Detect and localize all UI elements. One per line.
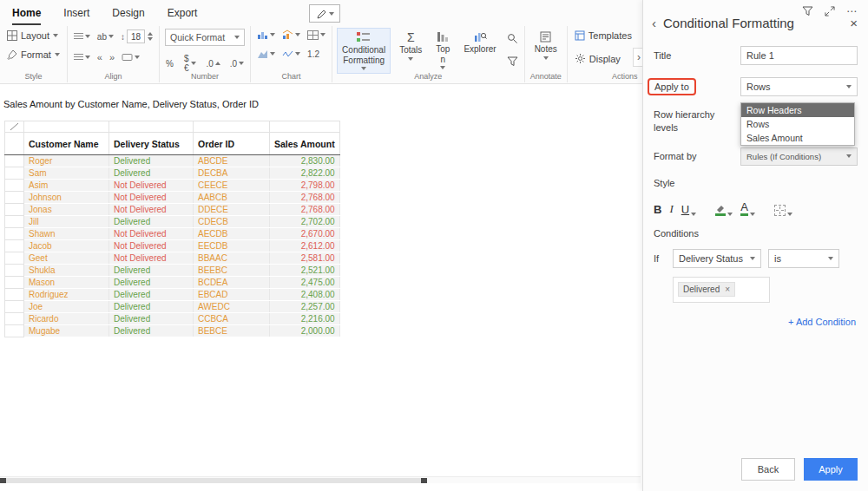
sales-amount-cell[interactable]: 2,216.00 [270,313,340,325]
expand-panel-icon[interactable] [825,6,835,16]
order-id-cell[interactable]: CDECB [194,216,270,228]
delivery-status-cell[interactable]: Not Delivered [109,240,194,252]
row-header-cell[interactable] [5,167,24,180]
delivery-status-cell[interactable]: Delivered [109,216,194,228]
order-id-cell[interactable]: AECDB [194,228,270,240]
sales-amount-cell[interactable]: 2,768.00 [270,192,340,204]
customer-name-cell[interactable]: Roger [24,155,109,167]
tab-export[interactable]: Export [168,7,198,25]
more-options-icon[interactable] [846,5,858,17]
font-color-button[interactable]: A [740,201,755,216]
sales-amount-cell[interactable]: 2,521.00 [270,265,340,277]
fill-color-button[interactable] [715,204,733,216]
row-header-cell[interactable] [5,192,24,204]
customer-name-cell[interactable]: Sam [24,167,109,180]
row-header-cell[interactable] [5,265,24,277]
format-button[interactable]: Format [5,48,62,62]
indent-decrease-button[interactable] [96,51,103,63]
sales-amount-cell[interactable]: 2,581.00 [270,252,340,265]
order-id-cell[interactable]: CEECE [194,180,270,192]
grid-blank-cell[interactable] [109,121,194,133]
delivery-status-cell[interactable]: Delivered [109,289,194,301]
order-id-cell[interactable]: EECDB [194,240,270,252]
customer-name-cell[interactable]: Mason [24,277,109,289]
delivery-status-cell[interactable]: Not Delivered [109,204,194,216]
grid-blank-cell[interactable] [24,121,109,133]
row-header-cell[interactable] [5,325,24,337]
customer-name-cell[interactable]: Ricardo [24,313,109,325]
cell-shape-button[interactable] [121,52,141,62]
combo-chart-button[interactable] [281,29,301,41]
row-header-cell[interactable] [5,252,24,265]
order-id-cell[interactable]: BEBCE [194,325,270,337]
horizontal-scrollbar[interactable] [0,476,641,483]
delivery-status-cell[interactable]: Not Delivered [109,180,194,192]
order-id-cell[interactable]: AABCB [194,192,270,204]
add-condition-link[interactable]: + Add Condition [643,317,856,327]
row-header-cell[interactable] [5,313,24,325]
order-id-cell[interactable]: BEEBC [194,265,270,277]
filter-button[interactable] [506,56,519,68]
format-by-select[interactable]: Rules (If Conditions) [740,147,858,166]
grid-blank-cell[interactable] [194,121,270,133]
decrease-decimal-button[interactable]: .0 [229,58,245,69]
text-options-button[interactable]: ab [96,31,115,43]
layout-button[interactable]: Layout [5,29,62,43]
order-id-cell[interactable]: BCDEA [194,277,270,289]
increase-decimal-button[interactable]: .0 [205,58,220,69]
row-header-cell[interactable] [5,180,24,192]
explorer-button[interactable]: Explorer [459,29,500,57]
order-id-cell[interactable]: DDECE [194,204,270,216]
customer-name-cell[interactable]: Joe [24,301,109,313]
order-id-cell[interactable]: CCBCA [194,313,270,325]
customer-name-cell[interactable]: Jonas [24,204,109,216]
search-button[interactable] [506,32,519,45]
edit-mode-button[interactable] [309,4,340,23]
row-header-cell[interactable] [5,240,24,252]
customer-name-cell[interactable]: Shukla [24,265,109,277]
notes-button[interactable]: Notes [530,29,562,62]
column-header-order-id[interactable]: Order ID [194,133,270,155]
customer-name-cell[interactable]: Jacob [24,240,109,252]
delivery-status-cell[interactable]: Not Delivered [109,192,194,204]
close-icon[interactable] [850,16,858,30]
align-button[interactable] [73,53,91,62]
grid-blank-cell[interactable] [270,121,340,133]
delivery-status-cell[interactable]: Delivered [109,277,194,289]
order-id-cell[interactable]: EBCAD [194,289,270,301]
row-header-cell[interactable] [5,155,24,167]
customer-name-cell[interactable]: Shawn [24,228,109,240]
display-button[interactable]: Display [573,51,634,66]
scrollbar-thumb[interactable] [0,478,427,483]
templates-button[interactable]: Templates [573,29,634,43]
delivery-status-cell[interactable]: Not Delivered [109,228,194,240]
customer-name-cell[interactable]: Mugabe [24,325,109,337]
indent-increase-button[interactable] [108,51,115,63]
customer-name-cell[interactable]: Johnson [24,192,109,204]
dropdown-option-row-headers[interactable]: Row Headers [741,103,854,117]
sales-amount-cell[interactable]: 2,612.00 [270,240,340,252]
sales-amount-cell[interactable]: 2,475.00 [270,277,340,289]
order-id-cell[interactable]: ABCDE [194,155,270,167]
sales-amount-cell[interactable]: 2,257.00 [270,301,340,313]
currency-format-button[interactable]: $€ [182,53,197,74]
condition-values-box[interactable]: Delivered [673,277,770,303]
delivery-status-cell[interactable]: Delivered [109,301,194,313]
row-header-cell[interactable] [5,228,24,240]
row-header-cell[interactable] [5,204,24,216]
top-n-button[interactable]: Top n [431,29,454,72]
sales-amount-cell[interactable]: 2,702.00 [270,216,340,228]
dropdown-option-sales-amount[interactable]: Sales Amount [741,131,854,145]
remove-value-icon[interactable] [725,285,730,294]
italic-button[interactable]: I [669,202,673,216]
dropdown-option-rows[interactable]: Rows [741,117,854,131]
order-id-cell[interactable]: AWEDC [194,301,270,313]
delivery-status-cell[interactable]: Delivered [109,155,194,167]
grid-chart-button[interactable] [306,29,326,41]
delivery-status-cell[interactable]: Not Delivered [109,252,194,265]
title-input[interactable] [740,46,858,65]
tab-insert[interactable]: Insert [63,7,89,25]
borders-button[interactable] [774,205,792,216]
delivery-status-cell[interactable]: Delivered [109,325,194,337]
underline-button[interactable]: U [681,203,696,216]
